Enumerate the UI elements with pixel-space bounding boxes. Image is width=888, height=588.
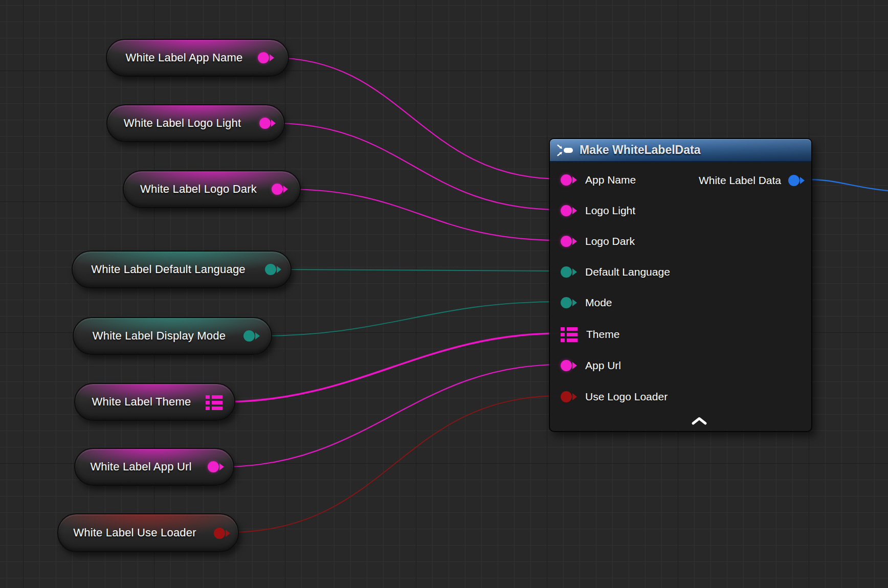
pin-label: Theme	[586, 328, 619, 341]
blueprint-graph-canvas[interactable]: White Label App Name White Label Logo Li…	[0, 0, 888, 588]
pin-label: Use Logo Loader	[585, 391, 668, 403]
node-label: White Label Theme	[92, 395, 191, 409]
string-input-pin-icon[interactable]	[561, 205, 577, 216]
node-label: White Label Logo Dark	[140, 183, 257, 196]
pin-label: App Url	[585, 359, 621, 372]
pin-label: Mode	[585, 297, 612, 309]
node-white-label-logo-light[interactable]: White Label Logo Light	[106, 104, 285, 142]
node-label: White Label App Url	[90, 460, 191, 473]
input-row-mode: Mode	[550, 287, 811, 318]
input-row-use-logo-loader: Use Logo Loader	[550, 381, 811, 412]
string-output-pin-icon[interactable]	[258, 52, 274, 63]
node-white-label-theme[interactable]: White Label Theme	[74, 383, 235, 421]
node-label: White Label Display Mode	[93, 329, 226, 343]
wire-logo-light[interactable]	[274, 123, 560, 210]
make-node-header[interactable]: Make WhiteLabelData	[550, 139, 811, 162]
wire-display-mode[interactable]	[258, 302, 560, 336]
bool-output-pin-icon[interactable]	[214, 528, 230, 539]
node-make-whitelabeldata[interactable]: Make WhiteLabelData App Name Logo Light …	[549, 138, 812, 432]
pin-label: Default Language	[585, 266, 670, 278]
node-white-label-logo-dark[interactable]: White Label Logo Dark	[123, 170, 301, 208]
enum-input-pin-icon[interactable]	[561, 266, 577, 278]
node-white-label-app-url[interactable]: White Label App Url	[74, 448, 234, 486]
output-row-white-label-data: White Label Data	[550, 165, 811, 196]
input-row-default-language: Default Language	[550, 257, 811, 287]
node-label: White Label Use Loader	[73, 526, 196, 539]
string-output-pin-icon[interactable]	[208, 461, 224, 472]
string-input-pin-icon[interactable]	[561, 360, 577, 371]
node-label: White Label Default Language	[91, 263, 246, 276]
struct-output-pin-icon[interactable]	[788, 175, 805, 186]
input-row-logo-light: Logo Light	[550, 195, 811, 226]
pin-label: Logo Dark	[585, 235, 635, 247]
string-output-pin-icon[interactable]	[272, 184, 288, 195]
pin-label: Logo Light	[585, 205, 635, 217]
node-white-label-default-language[interactable]: White Label Default Language	[72, 251, 292, 288]
enum-output-pin-icon[interactable]	[243, 330, 260, 342]
chevron-up-icon	[691, 417, 707, 425]
collapse-node-button[interactable]	[691, 417, 707, 425]
node-white-label-app-name[interactable]: White Label App Name	[106, 39, 289, 77]
input-row-theme: Theme	[550, 319, 811, 350]
wire-use-loader[interactable]	[229, 396, 560, 532]
struct-output-pin-icon[interactable]	[206, 395, 223, 410]
string-input-pin-icon[interactable]	[561, 236, 577, 247]
node-label: White Label App Name	[125, 51, 242, 64]
string-output-pin-icon[interactable]	[259, 118, 276, 129]
pin-label: White Label Data	[699, 174, 781, 187]
input-row-logo-dark: Logo Dark	[550, 226, 811, 257]
make-struct-icon	[557, 144, 574, 156]
input-row-app-url: App Url	[550, 350, 811, 381]
wire-white-label-data[interactable]	[806, 179, 888, 191]
make-node-title: Make WhiteLabelData	[580, 143, 700, 157]
wire-logo-dark[interactable]	[286, 189, 560, 240]
struct-input-pin-icon[interactable]	[561, 327, 578, 342]
bool-input-pin-icon[interactable]	[561, 391, 577, 402]
wire-theme[interactable]	[222, 333, 560, 402]
node-label: White Label Logo Light	[124, 117, 241, 130]
enum-output-pin-icon[interactable]	[265, 264, 281, 275]
enum-input-pin-icon[interactable]	[561, 297, 577, 308]
node-white-label-use-loader[interactable]: White Label Use Loader	[57, 513, 239, 552]
wire-app-url[interactable]	[223, 365, 560, 467]
node-white-label-display-mode[interactable]: White Label Display Mode	[73, 317, 272, 355]
wire-app-name[interactable]	[273, 58, 560, 179]
wire-default-language[interactable]	[280, 269, 560, 271]
